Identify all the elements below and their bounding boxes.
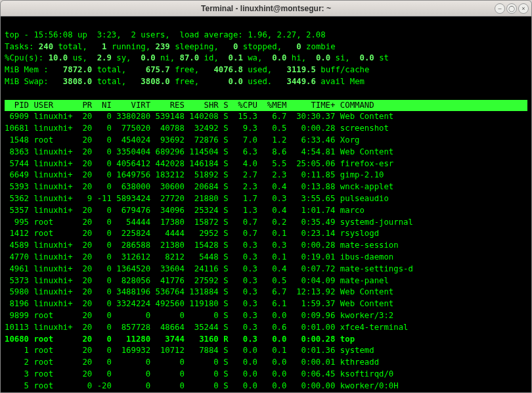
terminal-content[interactable]: top - 15:56:08 up 3:23, 2 users, load av… xyxy=(1,16,531,392)
close-button[interactable]: × xyxy=(518,3,529,14)
process-row: 1412 root 20 0 225824 4444 2952 S 0.7 0.… xyxy=(5,228,527,240)
summary-line-5: MiB Swap: 3808.0 total, 3808.0 free, 0.0… xyxy=(5,77,365,86)
process-row: 2 root 20 0 0 0 0 S 0.0 0.0 0:00.01 kthr… xyxy=(5,357,527,369)
minimize-button[interactable]: – xyxy=(495,3,505,14)
process-row: 5980 linuxhi+ 20 0 3488196 536764 131884… xyxy=(5,287,527,298)
column-header: PID USER PR NI VIRT RES SHR S %CPU %MEM … xyxy=(5,100,527,112)
process-row: 4961 linuxhi+ 20 0 1364520 33604 24116 S… xyxy=(5,264,527,275)
process-row: 5362 linuxhi+ 9 -11 5893424 27720 21880 … xyxy=(5,193,527,205)
process-list: 6909 linuxhi+ 20 0 3380280 539148 140208… xyxy=(5,111,527,392)
titlebar[interactable]: Terminal - linuxhint@montsegur: ~ – ◯ × xyxy=(1,1,531,16)
process-row: 4770 linuxhi+ 20 0 312612 8212 5448 S 0.… xyxy=(5,252,527,264)
maximize-button[interactable]: ◯ xyxy=(506,3,517,14)
process-row: 5393 linuxhi+ 20 0 638000 30600 20684 S … xyxy=(5,181,527,193)
window-title: Terminal - linuxhint@montsegur: ~ xyxy=(1,4,531,13)
process-row: 5744 linuxhi+ 20 0 4056412 442028 146184… xyxy=(5,158,527,170)
process-row: 8196 linuxhi+ 20 0 3324224 492560 119180… xyxy=(5,298,527,310)
process-row: 10681 linuxhi+ 20 0 775020 40788 32492 S… xyxy=(5,123,527,135)
process-row: 10680 root 20 0 11280 3744 3160 R 0.3 0.… xyxy=(5,334,527,346)
process-row: 1 root 20 0 169932 10712 7884 S 0.0 0.1 … xyxy=(5,345,527,357)
process-row: 9899 root 20 0 0 0 0 S 0.3 0.0 0:09.96 k… xyxy=(5,310,527,322)
process-row: 7 root 20 0 0 0 0 S 0.0 0.0 0:14.10 rcu_… xyxy=(5,392,527,393)
process-row: 5 root 0 -20 0 0 0 S 0.0 0.0 0:00.00 kwo… xyxy=(5,381,527,392)
process-row: 5373 linuxhi+ 20 0 828056 41776 27592 S … xyxy=(5,275,527,287)
process-row: 8363 linuxhi+ 20 0 3350404 689296 114504… xyxy=(5,147,527,158)
process-row: 10113 linuxhi+ 20 0 857728 48664 35244 S… xyxy=(5,322,527,334)
terminal-window: Terminal - linuxhint@montsegur: ~ – ◯ × … xyxy=(0,0,532,393)
summary-line-4: MiB Mem : 7872.0 total, 675.7 free, 4076… xyxy=(5,65,369,74)
summary-line-3: %Cpu(s): 10.0 us, 2.9 sy, 0.0 ni, 87.0 i… xyxy=(5,53,389,62)
process-row: 4589 linuxhi+ 20 0 286588 21380 15428 S … xyxy=(5,240,527,252)
process-row: 3 root 20 0 0 0 0 S 0.0 0.0 0:06.45 ksof… xyxy=(5,369,527,381)
blank-line xyxy=(5,89,9,98)
summary-line-2: Tasks: 240 total, 1 running, 239 sleepin… xyxy=(5,42,336,51)
process-row: 6909 linuxhi+ 20 0 3380280 539148 140208… xyxy=(5,111,527,123)
window-controls: – ◯ × xyxy=(495,3,529,14)
process-row: 995 root 20 0 54444 17380 15872 S 0.7 0.… xyxy=(5,217,527,229)
process-row: 1548 root 20 0 454024 93692 72876 S 7.0 … xyxy=(5,135,527,147)
summary-line-1: top - 15:56:08 up 3:23, 2 users, load av… xyxy=(5,30,326,39)
process-row: 5357 linuxhi+ 20 0 679476 34096 25324 S … xyxy=(5,205,527,217)
process-row: 6649 linuxhi+ 20 0 1649756 183212 51892 … xyxy=(5,170,527,181)
